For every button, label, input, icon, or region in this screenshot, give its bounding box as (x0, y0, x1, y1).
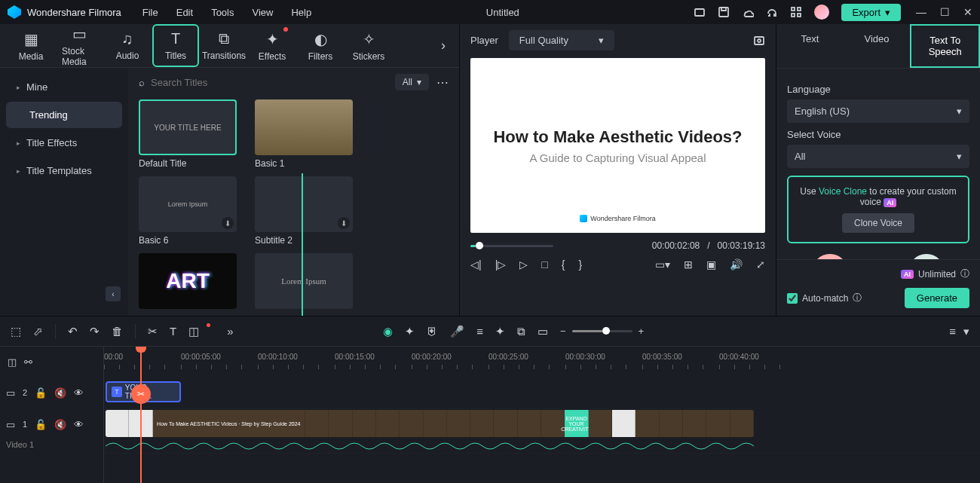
tab-audio[interactable]: ♫Audio (104, 26, 151, 66)
track-1[interactable]: How To Make AESTHETIC Videos · Step by S… (104, 408, 980, 454)
redo-button[interactable]: ↷ (90, 325, 100, 338)
marker-tool[interactable]: ✦ (495, 325, 505, 338)
lock-icon[interactable]: 🔓 (35, 419, 47, 430)
more-tools[interactable]: » (227, 325, 233, 338)
tab-titles[interactable]: TTitles (152, 24, 199, 67)
zoom-out-button[interactable]: − (560, 326, 566, 337)
mark-out-button[interactable]: } (578, 258, 582, 271)
undo-button[interactable]: ↶ (68, 325, 78, 338)
scrub-handle[interactable] (476, 242, 483, 249)
more-options-button[interactable]: ⋯ (436, 75, 449, 90)
lock-icon[interactable]: 🔓 (35, 387, 47, 399)
mute-icon[interactable]: 🔇 (54, 419, 66, 430)
download-icon[interactable]: ⬇ (338, 217, 350, 229)
voice-filter-dropdown[interactable]: All▾ (787, 145, 969, 168)
more-tabs-button[interactable]: › (435, 38, 452, 53)
mic-tool[interactable]: 🎤 (450, 325, 464, 338)
group-tool[interactable]: ⧉ (517, 325, 525, 338)
voice-jason[interactable]: Jason (884, 254, 969, 259)
tile-lorem[interactable]: Lorem Ipsum (255, 253, 353, 309)
visibility-icon[interactable]: 👁 (74, 387, 84, 399)
cut-tool[interactable]: ✂ (148, 325, 158, 338)
timeline-tracks[interactable]: 00:0000:00:05:0000:00:10:0000:00:15:0000… (104, 347, 980, 483)
link-button[interactable]: ⚯ (24, 356, 32, 368)
minimize-button[interactable]: ― (916, 6, 926, 18)
help-icon[interactable]: ⓘ (853, 292, 862, 304)
track-height-button[interactable]: ≡ (949, 325, 956, 338)
search-input[interactable] (151, 77, 302, 88)
snap-button[interactable]: ◫ (8, 356, 17, 368)
quality-dropdown[interactable]: Full Quality▾ (509, 30, 614, 50)
caption-tool[interactable]: ≡ (476, 325, 483, 338)
voice-jenny[interactable]: Jenny (787, 254, 873, 259)
ratio-button[interactable]: ▭▾ (655, 258, 670, 271)
cloud-icon[interactable] (742, 6, 754, 18)
export-button[interactable]: Export ▾ (841, 4, 901, 21)
track-2[interactable]: T YOUR TITLE... (104, 377, 980, 408)
cut-indicator[interactable]: ✂ (131, 384, 151, 404)
tab-text[interactable]: Text (776, 24, 844, 68)
time-ruler[interactable]: 00:0000:00:05:0000:00:10:0000:00:15:0000… (104, 347, 980, 377)
preview-canvas[interactable]: How to Make Aesthetic Videos? A Guide to… (470, 58, 765, 233)
shield-tool[interactable]: ⛨ (427, 325, 438, 338)
tab-filters[interactable]: ◐Filters (297, 26, 344, 66)
headphones-icon[interactable] (766, 6, 778, 18)
visibility-icon[interactable]: 👁 (74, 419, 84, 430)
sidebar-item-title-effects[interactable]: ▸Title Effects (6, 130, 122, 156)
tile-subtitle2[interactable]: ⬇ Subtitle 2 (255, 176, 353, 246)
language-dropdown[interactable]: English (US)▾ (787, 99, 969, 123)
tile-default-title[interactable]: YOUR TITLE HERE Default Title (139, 99, 237, 169)
snapshot-icon[interactable] (753, 35, 765, 47)
select-tool[interactable]: ⬀ (33, 325, 43, 338)
camera-button[interactable]: ▣ (706, 258, 716, 271)
mute-icon[interactable]: 🔇 (54, 387, 66, 399)
download-icon[interactable]: ⬇ (222, 217, 234, 229)
display-button[interactable]: ⊞ (684, 258, 693, 271)
track-settings-button[interactable]: ▾ (963, 325, 969, 338)
stop-button[interactable]: □ (541, 258, 547, 271)
tab-stickers[interactable]: ✧Stickers (345, 26, 392, 66)
prev-frame-button[interactable]: ◁| (470, 258, 482, 271)
save-icon[interactable] (718, 6, 730, 18)
tab-transitions[interactable]: ⧉Transitions (201, 26, 247, 66)
sidebar-collapse-button[interactable]: ‹ (106, 286, 121, 301)
close-button[interactable]: ✕ (963, 6, 972, 18)
play-button[interactable]: ▷ (519, 258, 528, 271)
delete-button[interactable]: 🗑 (112, 325, 123, 338)
zoom-in-button[interactable]: + (639, 326, 645, 337)
pointer-tool[interactable]: ⬚ (11, 325, 21, 338)
clone-voice-button[interactable]: Clone Voice (842, 213, 914, 233)
sidebar-item-mine[interactable]: ▸Mine (6, 74, 122, 100)
tab-media[interactable]: ▦Media (8, 26, 54, 66)
menu-edit[interactable]: Edit (176, 7, 193, 18)
filter-dropdown[interactable]: All▾ (395, 74, 429, 90)
generate-button[interactable]: Generate (905, 288, 969, 308)
ai-tool[interactable]: ◉ (383, 325, 393, 338)
tab-video[interactable]: Video (844, 24, 911, 68)
help-icon[interactable]: ⓘ (960, 267, 969, 280)
voice-clone-link[interactable]: Voice Clone (819, 186, 867, 197)
menu-tools[interactable]: Tools (211, 7, 234, 18)
menu-view[interactable]: View (252, 7, 273, 18)
tab-text-to-speech[interactable]: Text To Speech (910, 24, 980, 68)
volume-button[interactable]: 🔊 (730, 258, 743, 271)
frame-tool[interactable]: ▭ (537, 325, 548, 338)
zoom-handle[interactable] (602, 327, 610, 335)
tile-art[interactable]: ART (139, 253, 237, 309)
sidebar-item-title-templates[interactable]: ▸Title Templates (6, 157, 122, 184)
tile-basic1[interactable]: Basic 1 (255, 99, 353, 169)
automatch-checkbox[interactable]: Auto-matchⓘ (787, 292, 862, 304)
screen-icon[interactable] (694, 6, 706, 18)
user-avatar[interactable] (814, 5, 829, 20)
sidebar-item-trending[interactable]: Trending (6, 102, 122, 128)
sparkle-tool[interactable]: ✦ (405, 325, 415, 338)
menu-help[interactable]: Help (291, 7, 311, 18)
mark-in-button[interactable]: { (562, 258, 565, 271)
maximize-button[interactable]: ☐ (940, 6, 950, 18)
crop-tool[interactable]: ◫ (188, 325, 199, 338)
tile-basic6[interactable]: Lorem Ipsum⬇ Basic 6 (139, 176, 237, 246)
next-frame-button[interactable]: |▷ (495, 258, 507, 271)
video-clip[interactable]: How To Make AESTHETIC Videos · Step by S… (106, 410, 754, 437)
text-tool[interactable]: T (170, 325, 176, 338)
menu-file[interactable]: File (142, 7, 158, 18)
